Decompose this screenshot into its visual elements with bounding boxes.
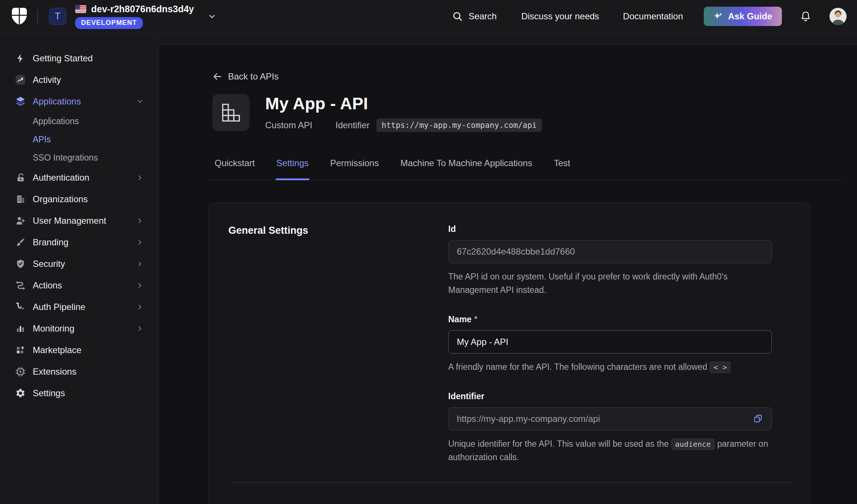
card-section-divider bbox=[231, 482, 792, 483]
id-input bbox=[448, 240, 772, 263]
sparkles-icon bbox=[713, 12, 723, 21]
chevron-right-icon bbox=[136, 282, 144, 289]
tab-test[interactable]: Test bbox=[553, 153, 571, 180]
discuss-your-needs-link[interactable]: Discuss your needs bbox=[521, 11, 599, 22]
tenant-avatar: T bbox=[49, 8, 66, 25]
chevron-right-icon bbox=[136, 260, 144, 268]
us-flag-icon bbox=[75, 5, 86, 13]
sidebar-item-sso-integrations[interactable]: SSO Integrations bbox=[0, 149, 158, 167]
search-icon bbox=[452, 11, 463, 22]
avatar-photo bbox=[829, 8, 847, 25]
bar-chart-icon bbox=[14, 323, 27, 335]
layers-icon bbox=[14, 96, 27, 107]
required-asterisk: * bbox=[474, 314, 478, 324]
api-blocks-icon bbox=[212, 94, 250, 131]
tenant-selector[interactable]: T dev-r2h8076n6dns3d4y DEVELOPMENT bbox=[49, 4, 216, 29]
sidebar-item-applications-sub[interactable]: Applications bbox=[0, 112, 158, 130]
sidebar-item-branding[interactable]: Branding bbox=[0, 232, 158, 253]
disallowed-chars-chip: < > bbox=[709, 361, 731, 373]
sidebar-item-user-management[interactable]: User Management bbox=[0, 210, 158, 232]
activity-chart-icon bbox=[14, 74, 27, 86]
paintbrush-icon bbox=[14, 236, 27, 248]
pipeline-icon bbox=[14, 301, 27, 313]
sidebar-item-activity[interactable]: Activity bbox=[0, 69, 158, 91]
sidebar-item-security[interactable]: Security bbox=[0, 253, 158, 275]
sidebar-item-applications[interactable]: Applications bbox=[0, 91, 158, 112]
flow-icon bbox=[14, 280, 27, 291]
search-button[interactable]: Search bbox=[452, 11, 497, 22]
sidebar-item-settings[interactable]: Settings bbox=[0, 382, 158, 404]
sidebar: Getting Started Activity Applications Ap… bbox=[0, 33, 159, 504]
name-field-group: Name* A friendly name for the API. The f… bbox=[448, 314, 790, 374]
api-identifier-chip: https://my-app.my-company.com/api bbox=[376, 119, 542, 132]
gear-icon bbox=[14, 387, 27, 399]
identifier-input bbox=[448, 407, 772, 430]
notifications-bell-button[interactable] bbox=[800, 10, 812, 22]
auth0-shield-icon bbox=[11, 7, 28, 26]
topbar: T dev-r2h8076n6dns3d4y DEVELOPMENT Searc… bbox=[0, 0, 857, 33]
id-input-value bbox=[457, 246, 763, 257]
api-header: My App - API Custom API Identifier https… bbox=[212, 94, 810, 132]
chevron-right-icon bbox=[136, 217, 144, 224]
sidebar-item-marketplace[interactable]: Marketplace bbox=[0, 339, 158, 361]
chevron-right-icon bbox=[136, 239, 144, 246]
copy-icon bbox=[753, 414, 763, 424]
sidebar-item-actions[interactable]: Actions bbox=[0, 275, 158, 296]
chevron-right-icon bbox=[136, 325, 144, 332]
search-label: Search bbox=[468, 11, 497, 22]
chevron-right-icon bbox=[136, 303, 144, 311]
shield-check-icon bbox=[14, 258, 27, 270]
tab-bar: Quickstart Settings Permissions Machine … bbox=[209, 153, 843, 180]
chevron-down-icon bbox=[208, 12, 216, 21]
building-icon bbox=[14, 193, 27, 205]
sidebar-item-monitoring[interactable]: Monitoring bbox=[0, 318, 158, 339]
topbar-divider bbox=[37, 9, 38, 23]
sidebar-item-auth-pipeline[interactable]: Auth Pipeline bbox=[0, 296, 158, 318]
auth0-logo[interactable] bbox=[11, 7, 28, 26]
api-type-label: Custom API bbox=[265, 120, 312, 130]
tab-machine-to-machine-applications[interactable]: Machine To Machine Applications bbox=[399, 153, 533, 180]
user-avatar[interactable] bbox=[829, 8, 847, 25]
sidebar-item-getting-started[interactable]: Getting Started bbox=[0, 48, 158, 69]
tab-permissions[interactable]: Permissions bbox=[330, 153, 380, 180]
tenant-name: dev-r2h8076n6dns3d4y bbox=[91, 4, 194, 14]
name-input[interactable] bbox=[448, 330, 772, 353]
lock-open-icon bbox=[14, 172, 27, 184]
sidebar-item-authentication[interactable]: Authentication bbox=[0, 167, 158, 188]
identifier-field-label: Identifier bbox=[448, 391, 790, 401]
chevron-down-icon bbox=[136, 98, 144, 105]
id-help-text: The API id on our system. Useful if you … bbox=[448, 270, 777, 297]
back-to-apis-link[interactable]: Back to APIs bbox=[212, 71, 279, 82]
marketplace-icon bbox=[14, 344, 27, 356]
identifier-input-value bbox=[457, 414, 747, 424]
content-top-strip bbox=[159, 33, 857, 45]
name-input-value[interactable] bbox=[457, 337, 763, 347]
back-arrow-icon bbox=[212, 72, 222, 81]
main-content: Back to APIs My App - API Custom API Ide… bbox=[159, 33, 857, 504]
documentation-link[interactable]: Documentation bbox=[623, 11, 683, 22]
sidebar-item-apis[interactable]: APIs bbox=[0, 130, 158, 149]
environment-badge: DEVELOPMENT bbox=[75, 17, 143, 29]
identifier-help-text: Unique identifier for the API. This valu… bbox=[448, 437, 777, 464]
applications-submenu: Applications APIs SSO Integrations bbox=[0, 112, 158, 167]
tab-quickstart[interactable]: Quickstart bbox=[214, 153, 256, 180]
ask-guide-button[interactable]: Ask Guide bbox=[704, 7, 782, 26]
user-gear-icon bbox=[14, 215, 27, 227]
sidebar-item-organizations[interactable]: Organizations bbox=[0, 188, 158, 210]
general-settings-heading: General Settings bbox=[228, 225, 448, 236]
copy-identifier-button[interactable] bbox=[753, 414, 763, 424]
identifier-field-group: Identifier Unique identifier for the API… bbox=[448, 391, 790, 464]
name-field-label: Name* bbox=[448, 314, 790, 324]
page-title: My App - API bbox=[265, 94, 542, 113]
audience-chip: audience bbox=[671, 438, 715, 450]
general-settings-card: General Settings Id The API id on our sy… bbox=[209, 203, 810, 504]
tab-settings[interactable]: Settings bbox=[276, 153, 309, 180]
chip-icon bbox=[14, 366, 27, 378]
chevron-right-icon bbox=[136, 174, 144, 181]
identifier-label: Identifier bbox=[336, 120, 370, 130]
sidebar-item-extensions[interactable]: Extensions bbox=[0, 361, 158, 382]
name-help-text: A friendly name for the API. The followi… bbox=[448, 360, 777, 374]
lightning-icon bbox=[14, 52, 27, 64]
id-field-label: Id bbox=[448, 224, 790, 234]
id-field-group: Id The API id on our system. Useful if y… bbox=[448, 224, 790, 297]
